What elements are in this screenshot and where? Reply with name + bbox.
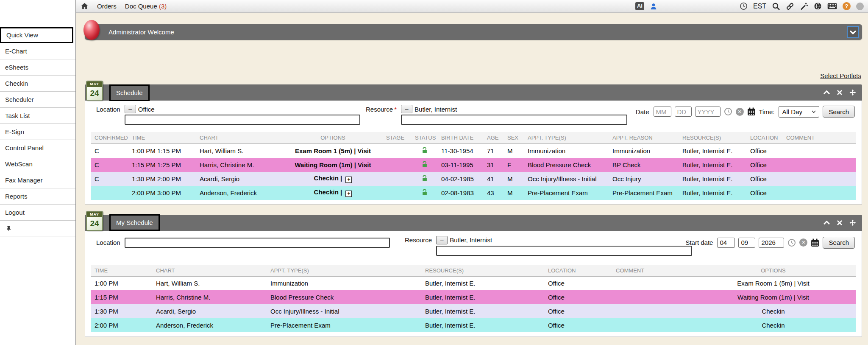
table-row[interactable]: 1:30 PMAcardi, SergioOcc Injury/Illness … <box>91 304 856 318</box>
table-row[interactable]: 1:15 PMHarris, Christine M.Blood Pressur… <box>91 290 856 304</box>
sidebar-item-webscan[interactable]: WebScan <box>0 156 75 172</box>
cell-status[interactable] <box>412 158 438 172</box>
column-header[interactable]: CHART <box>196 132 283 144</box>
help-icon[interactable]: ? <box>843 2 851 10</box>
link-icon[interactable] <box>786 2 794 11</box>
column-header[interactable]: OPTIONS <box>691 265 856 277</box>
cell-options[interactable]: Waiting Room (1m) | Visit <box>691 290 856 304</box>
column-header[interactable]: STAGE <box>383 132 412 144</box>
user-icon[interactable] <box>650 3 657 10</box>
resource-search-input[interactable] <box>401 115 627 125</box>
sidebar-item-logout[interactable]: Logout <box>0 205 75 221</box>
column-header[interactable]: CONFIRMED <box>91 132 128 144</box>
column-header[interactable]: COMMENT <box>783 132 856 144</box>
column-header[interactable]: LOCATION <box>747 132 783 144</box>
sidebar-item-fax-manager[interactable]: Fax Manager <box>0 172 75 188</box>
column-header[interactable]: BIRTH DATE <box>438 132 484 144</box>
sidebar-pin-row[interactable] <box>0 221 75 236</box>
column-header[interactable]: CHART <box>153 265 267 277</box>
remove-resource-button[interactable]: – <box>436 236 448 244</box>
date-year-input[interactable] <box>695 107 721 117</box>
column-header[interactable]: COMMENT <box>612 265 691 277</box>
resource-search-input[interactable] <box>436 246 692 256</box>
cell-options[interactable]: Exam Room 1 (5m) | Visit <box>691 276 856 290</box>
nav-doc-queue[interactable]: Doc Queue (3) <box>125 3 167 10</box>
remove-location-button[interactable]: – <box>125 105 136 113</box>
ai-badge[interactable]: AI <box>635 2 644 10</box>
date-day-input[interactable] <box>675 107 692 117</box>
column-header[interactable]: RESOURCE(S) <box>679 132 747 144</box>
cell-options[interactable]: Waiting Room (1m) | Visit <box>283 158 383 172</box>
time-select[interactable]: All Day <box>779 106 819 118</box>
sidebar-item-e-sign[interactable]: E-Sign <box>0 124 75 140</box>
cell-status[interactable] <box>412 172 438 186</box>
time-picker-icon[interactable] <box>787 238 796 247</box>
portlet-collapse-icon[interactable] <box>823 90 830 95</box>
date-month-input[interactable] <box>654 107 671 117</box>
sidebar-item-reports[interactable]: Reports <box>0 188 75 205</box>
schedule-search-button[interactable]: Search <box>823 106 855 118</box>
cell-options[interactable]: Checkin | + <box>283 172 383 186</box>
my-schedule-portlet: MAY 24 My Schedule Location Resource – <box>85 215 862 337</box>
cell-options[interactable]: Checkin | + <box>283 186 383 200</box>
globe-icon[interactable] <box>814 2 822 10</box>
start-month-input[interactable] <box>717 238 735 248</box>
portlet-close-icon[interactable] <box>837 90 842 95</box>
sidebar-item-e-chart[interactable]: E-Chart <box>0 43 75 59</box>
sidebar-item-control-panel[interactable]: Control Panel <box>0 140 75 156</box>
column-header[interactable]: SEX <box>504 132 524 144</box>
table-row[interactable]: C1:00 PM 1:15 PMHart, William S.Exam Roo… <box>91 144 856 158</box>
nav-orders[interactable]: Orders <box>97 3 117 10</box>
portlet-close-icon[interactable] <box>837 220 842 225</box>
cell-status[interactable] <box>412 186 438 200</box>
clear-date-icon[interactable]: ✕ <box>736 108 744 116</box>
table-row[interactable]: 2:00 PMAnderson, FrederickPre-Placement … <box>91 318 856 332</box>
table-row[interactable]: C1:15 PM 1:25 PMHarris, Christine M.Wait… <box>91 158 856 172</box>
column-header[interactable]: TIME <box>128 132 196 144</box>
table-row[interactable]: 2:00 PM 3:00 PMAnderson, FrederickChecki… <box>91 186 856 200</box>
column-header[interactable]: TIME <box>91 265 153 277</box>
location-search-input[interactable] <box>125 238 390 248</box>
column-header[interactable]: STATUS <box>412 132 438 144</box>
column-header[interactable]: APPT. TYPE(S) <box>267 265 422 277</box>
column-header[interactable]: OPTIONS <box>283 132 383 144</box>
column-header[interactable]: APPT. TYPE(S) <box>524 132 609 144</box>
search-icon[interactable] <box>772 2 780 11</box>
remove-resource-button[interactable]: – <box>401 105 412 113</box>
cell-status[interactable] <box>412 144 438 158</box>
calendar-picker-icon[interactable] <box>811 238 819 247</box>
wand-icon[interactable] <box>800 2 808 11</box>
welcome-collapse-button[interactable] <box>847 26 859 38</box>
sidebar-item-scheduler[interactable]: Scheduler <box>0 92 75 108</box>
calendar-picker-icon[interactable] <box>747 107 756 116</box>
timezone-clock-icon[interactable] <box>740 2 748 10</box>
select-portlets-link[interactable]: Select Portlets <box>820 72 861 79</box>
column-header[interactable]: LOCATION <box>545 265 612 277</box>
my-schedule-search-button[interactable]: Search <box>823 237 855 249</box>
cell-options[interactable]: Checkin <box>691 318 856 332</box>
table-row[interactable]: C1:30 PM 2:00 PMAcardi, SergioCheckin | … <box>91 172 856 186</box>
column-header[interactable]: APPT. REASON <box>609 132 679 144</box>
sidebar-item-esheets[interactable]: eSheets <box>0 59 75 76</box>
clear-date-icon[interactable]: ✕ <box>799 238 807 247</box>
table-row[interactable]: 1:00 PMHart, William S.ImmunizationButle… <box>91 276 856 290</box>
expand-plus-icon[interactable]: + <box>345 191 352 197</box>
cell-options[interactable]: Checkin <box>691 304 856 318</box>
cell-options[interactable]: Exam Room 1 (5m) | Visit <box>283 144 383 158</box>
column-header[interactable]: AGE <box>484 132 504 144</box>
home-icon[interactable] <box>81 2 89 10</box>
portlet-collapse-icon[interactable] <box>823 221 830 225</box>
keyboard-icon[interactable] <box>827 3 837 9</box>
start-day-input[interactable] <box>738 238 755 248</box>
sidebar-item-task-list[interactable]: Task List <box>0 108 75 124</box>
sidebar-item-checkin[interactable]: Checkin <box>0 76 75 92</box>
location-search-input[interactable] <box>125 115 360 125</box>
sidebar-item-quick-view[interactable]: Quick View <box>0 27 73 43</box>
column-header[interactable]: RESOURCE(S) <box>422 265 545 277</box>
start-year-input[interactable] <box>759 238 784 248</box>
time-picker-icon[interactable] <box>724 107 732 116</box>
expand-plus-icon[interactable]: + <box>345 177 352 183</box>
portlet-move-icon[interactable] <box>849 89 856 96</box>
pin-icon[interactable] <box>6 225 11 231</box>
portlet-move-icon[interactable] <box>849 219 856 226</box>
